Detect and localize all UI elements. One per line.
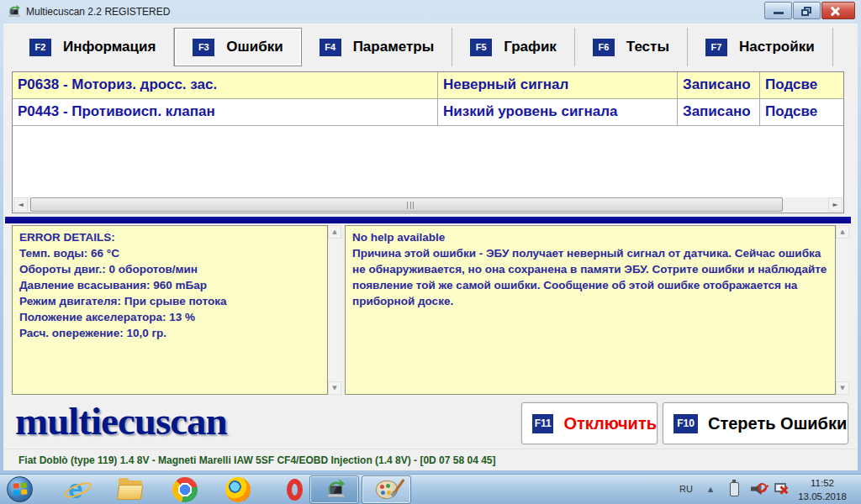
tray-clock[interactable]: 11:52 13.05.2018	[789, 476, 856, 503]
status-bar: Fiat Doblò (type 119) 1.4 8V - Magneti M…	[3, 449, 858, 470]
paint-icon	[376, 480, 398, 499]
scroll-up-arrow-icon[interactable]: ▲	[328, 225, 341, 239]
disconnect-button[interactable]: F11 Отключить	[521, 402, 658, 444]
taskbar-multiecuscan-button[interactable]	[309, 475, 359, 504]
battery-icon[interactable]	[730, 482, 739, 496]
scroll-left-arrow-icon[interactable]: ◄	[13, 197, 28, 212]
tab-label: Информация	[63, 39, 156, 55]
multiecuscan-app-icon	[6, 4, 21, 19]
help-body: Причина этой ошибки - ЭБУ получает невер…	[352, 245, 828, 309]
windows-logo-icon	[13, 482, 27, 496]
fkey-badge: F10	[673, 414, 698, 433]
scrollbar-thumb[interactable]	[30, 197, 783, 212]
error-code-cell: P0443 - Противоисп. клапан	[13, 99, 438, 125]
vertical-scrollbar[interactable]: ▲ ▼	[328, 225, 341, 395]
error-state-cell: Записано	[678, 72, 760, 98]
divider-bar	[5, 217, 851, 223]
language-indicator[interactable]: RU	[679, 484, 693, 494]
chrome-icon[interactable]	[172, 477, 198, 502]
error-extra-cell: Подсве	[760, 72, 843, 98]
error-details-panel: ERROR DETAILS: Темп. воды: 66 °C Обороты…	[12, 225, 341, 395]
window-controls	[763, 2, 855, 19]
tab-information[interactable]: F2 Информация	[12, 28, 174, 66]
disconnect-label: Отключить	[563, 414, 657, 433]
error-code-cell: P0638 - Моториз. дросс. зас.	[13, 72, 438, 98]
multiecuscan-app-icon	[323, 478, 346, 501]
tab-errors[interactable]: F3 Ошибки	[174, 28, 301, 66]
help-title: No help available	[352, 229, 828, 245]
taskbar: e RU ▲	[0, 474, 861, 504]
vertical-scrollbar[interactable]: ▲ ▼	[836, 225, 849, 395]
fkey-badge: F11	[532, 414, 553, 433]
minimize-icon	[774, 12, 784, 14]
taskbar-paint-button[interactable]	[362, 475, 411, 504]
screen: Multiecuscan 2.2 REGISTERED F2 Информаци…	[0, 0, 861, 504]
fkey-badge: F7	[705, 39, 727, 56]
hidden-icons-arrow-icon[interactable]: ▲	[708, 486, 713, 493]
scroll-down-arrow-icon[interactable]: ▼	[328, 381, 341, 395]
firefox-icon[interactable]	[225, 477, 251, 502]
tab-label: График	[504, 39, 557, 55]
tab-label: Ошибки	[226, 39, 283, 55]
horizontal-scrollbar[interactable]: ◄ ►	[13, 197, 843, 212]
clear-errors-label: Стереть Ошибки	[708, 414, 847, 433]
tab-bar: F2 Информация F3 Ошибки F4 Параметры F5 …	[12, 28, 849, 66]
close-button[interactable]	[821, 2, 855, 19]
fkey-badge: F3	[193, 39, 214, 56]
error-details-text: ERROR DETAILS: Темп. воды: 66 °C Обороты…	[12, 225, 328, 395]
tab-label: Параметры	[353, 39, 435, 55]
scroll-down-arrow-icon[interactable]: ▼	[836, 381, 849, 395]
tab-settings[interactable]: F7 Настройки	[688, 28, 833, 66]
multiecuscan-logo: multiecuscan	[15, 398, 227, 444]
tab-tests[interactable]: F6 Тесты	[575, 28, 688, 66]
error-extra-cell: Подсве	[760, 99, 843, 125]
start-button[interactable]	[7, 476, 33, 502]
restore-button[interactable]	[793, 2, 821, 19]
opera-icon[interactable]	[283, 477, 308, 502]
fkey-badge: F6	[593, 39, 615, 56]
table-row[interactable]: P0443 - Противоисп. клапан Низкий уровен…	[13, 99, 843, 126]
fkey-badge: F5	[470, 39, 492, 56]
client-area: F2 Информация F3 Ошибки F4 Параметры F5 …	[3, 24, 858, 470]
fkey-badge: F2	[29, 39, 51, 56]
tab-label: Настройки	[739, 39, 815, 55]
app-window: Multiecuscan 2.2 REGISTERED F2 Информаци…	[0, 0, 861, 474]
help-panel: No help available Причина этой ошибки - …	[345, 225, 849, 395]
error-desc-cell: Неверный сигнал	[438, 72, 678, 98]
file-explorer-icon[interactable]	[118, 477, 143, 502]
table-row[interactable]: P0638 - Моториз. дросс. зас. Неверный си…	[13, 72, 843, 99]
minimize-button[interactable]	[764, 2, 792, 19]
internet-explorer-icon[interactable]: e	[66, 477, 91, 502]
error-state-cell: Записано	[678, 99, 760, 125]
titlebar[interactable]: Multiecuscan 2.2 REGISTERED	[0, 0, 861, 24]
mute-badge-icon	[758, 483, 767, 492]
error-desc-cell: Низкий уровень сигнала	[438, 99, 678, 125]
tray-date: 13.05.2018	[789, 490, 856, 503]
help-text: No help available Причина этой ошибки - …	[345, 225, 836, 395]
vehicle-info: Fiat Doblò (type 119) 1.4 8V - Magneti M…	[18, 454, 496, 466]
error-table: P0638 - Моториз. дросс. зас. Неверный си…	[12, 71, 844, 213]
window-title: Multiecuscan 2.2 REGISTERED	[26, 6, 170, 18]
tray-time: 11:52	[789, 476, 856, 490]
scrollbar-track[interactable]	[28, 197, 828, 212]
scroll-up-arrow-icon[interactable]: ▲	[836, 225, 849, 239]
fkey-badge: F4	[320, 39, 341, 56]
tab-parameters[interactable]: F4 Параметры	[302, 28, 453, 66]
tab-graph[interactable]: F5 График	[452, 28, 575, 66]
tab-label: Тесты	[626, 39, 669, 55]
scroll-right-arrow-icon[interactable]: ►	[828, 197, 843, 212]
clear-errors-button[interactable]: F10 Стереть Ошибки	[663, 402, 848, 444]
